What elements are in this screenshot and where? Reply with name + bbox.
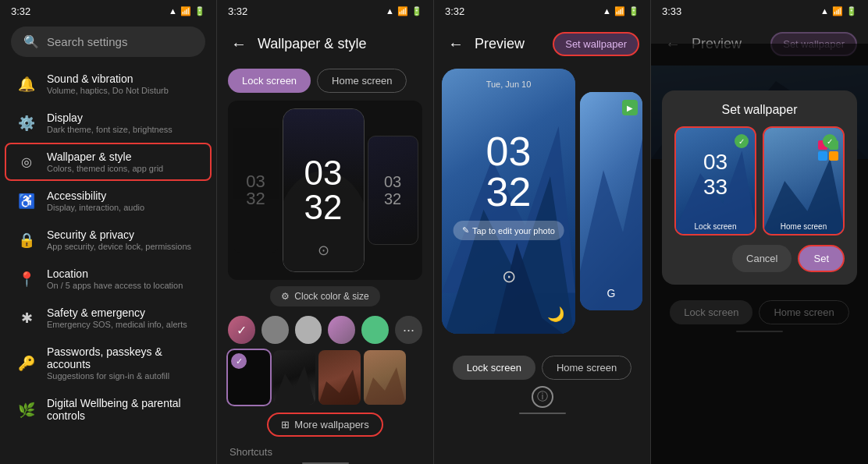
tab-home-screen-2[interactable]: Home screen [317, 69, 407, 93]
clock-color-button[interactable]: ⚙ Clock color & size [270, 286, 379, 306]
color-swatches-row: ··· [217, 313, 433, 347]
wallpaper-preview-area: 03 32 03 32 ⊙ 03 32 [228, 101, 422, 280]
wallpaper-header: ← Wallpaper & style [217, 22, 433, 66]
phone-clock-main: 03 32 [304, 156, 343, 225]
passwords-title: Passwords, passkeys & accounts [47, 345, 199, 370]
settings-item-wellbeing[interactable]: 🌿 Digital Wellbeing & parental controls [5, 389, 212, 430]
signal-icon-2: 📶 [397, 6, 408, 16]
more-wallpapers-button[interactable]: ⊞ More wallpapers [267, 413, 382, 437]
set-wallpaper-button-3[interactable]: Set wallpaper [553, 32, 639, 56]
settings-item-accessibility[interactable]: ♿ Accessibility Display, interaction, au… [5, 182, 212, 220]
swatch-green[interactable] [361, 316, 389, 344]
edit-icon: ✎ [462, 225, 469, 236]
dialog-lock-label: Lock screen [695, 222, 737, 231]
display-icon: ⚙️ [17, 114, 36, 133]
svg-marker-3 [318, 370, 361, 405]
swatch-pink[interactable] [228, 316, 255, 344]
shortcuts-label: Shortcuts [217, 441, 433, 458]
dialog-actions: Cancel Set [674, 245, 845, 272]
status-icons-4: ▲ 📶 🔋 [820, 6, 857, 16]
swatch-purple[interactable] [328, 316, 355, 344]
search-bar[interactable]: 🔍 Search settings [11, 27, 205, 57]
status-bar-4: 3:33 ▲ 📶 🔋 [651, 0, 868, 22]
tab-lock-screen-2[interactable]: Lock screen [228, 69, 311, 93]
gear-small-icon: ⚙ [281, 291, 290, 302]
preview-panel: 3:32 ▲ 📶 🔋 ← Preview Set wallpaper [434, 0, 651, 464]
swatch-gray[interactable] [261, 316, 289, 344]
location-icon: 📍 [17, 270, 36, 289]
mini-phone-right: 03 32 [368, 136, 418, 245]
safety-icon: ✱ [17, 309, 36, 328]
preview-header-3: ← Preview Set wallpaper [434, 22, 650, 66]
settings-item-passwords[interactable]: 🔑 Passwords, passkeys & accounts Suggest… [5, 338, 212, 388]
sound-subtitle: Volume, haptics, Do Not Disturb [47, 86, 199, 95]
signal-icon-4: 📶 [832, 6, 843, 16]
wifi-icon: ▲ [169, 6, 177, 16]
preview-phone-small[interactable]: ▶ G [580, 92, 642, 310]
svg-marker-2 [273, 366, 315, 405]
battery-icon-2: 🔋 [411, 6, 422, 16]
cancel-button[interactable]: Cancel [732, 245, 792, 272]
info-button-3[interactable]: ⓘ [532, 386, 553, 408]
thumb-4[interactable] [364, 350, 406, 405]
dialog-clock-lock: 03 33 [703, 150, 727, 200]
thumb-check-icon: ✓ [231, 353, 247, 369]
thumb-2[interactable] [273, 350, 315, 405]
settings-item-security[interactable]: 🔒 Security & privacy App security, devic… [5, 221, 212, 259]
wallpaper-thumbnails: ✓ [217, 347, 433, 408]
battery-icon-3: 🔋 [628, 6, 639, 16]
dialog-phone-home[interactable]: ✓ Home screen [763, 126, 845, 236]
accessibility-subtitle: Display, interaction, audio [47, 203, 199, 212]
app-icon-play: ▶ [622, 100, 638, 115]
back-button-3[interactable]: ← [445, 35, 467, 53]
security-title: Security & privacy [47, 228, 199, 241]
accessibility-icon: ♿ [17, 192, 36, 211]
settings-item-display[interactable]: ⚙️ Display Dark theme, font size, bright… [5, 104, 212, 142]
wallpaper-subtitle: Colors, themed icons, app grid [47, 164, 199, 173]
wallpaper-title: Wallpaper & style [47, 151, 199, 163]
svg-marker-4 [364, 367, 406, 405]
dialog-home-label: Home screen [781, 222, 827, 231]
set-wallpaper-dialog: Set wallpaper 03 33 ✓ Lock screen [662, 90, 857, 285]
wallpaper-title-header: Wallpaper & style [258, 36, 366, 52]
swatch-more-button[interactable]: ··· [395, 316, 422, 344]
settings-item-safety[interactable]: ✱ Safety & emergency Emergency SOS, medi… [5, 299, 212, 337]
time-1: 3:32 [11, 5, 30, 17]
dialog-phone-lock[interactable]: 03 33 ✓ Lock screen [674, 126, 756, 236]
wallpaper-icon: ◎ [17, 153, 36, 172]
dialog-title: Set wallpaper [674, 103, 845, 117]
preview-date: Tue, Jun 10 [486, 80, 532, 89]
set-button[interactable]: Set [798, 245, 845, 272]
settings-item-location[interactable]: 📍 Location On / 5 apps have access to lo… [5, 260, 212, 298]
tab-home-4: Home screen [759, 300, 848, 324]
thumb-1[interactable]: ✓ [228, 350, 270, 405]
tab-lock-4: Lock screen [670, 300, 752, 324]
wellbeing-title: Digital Wellbeing & parental controls [47, 397, 199, 422]
settings-item-sound[interactable]: 🔔 Sound & vibration Volume, haptics, Do … [5, 65, 212, 103]
back-button-2[interactable]: ← [228, 35, 250, 53]
swatch-light-gray[interactable] [295, 316, 322, 344]
wifi-icon-4: ▲ [820, 6, 829, 16]
google-icon-small: G [607, 287, 616, 299]
divider-4 [736, 331, 783, 332]
status-icons-3: ▲ 📶 🔋 [603, 6, 639, 16]
preview-title-3: Preview [475, 36, 525, 52]
divider-3 [519, 413, 566, 414]
tab-home-screen-3[interactable]: Home screen [542, 356, 631, 380]
wallpaper-style-panel: 3:32 ▲ 📶 🔋 ← Wallpaper & style Lock scre… [217, 0, 434, 464]
main-phone-preview[interactable]: 03 32 ⊙ [283, 108, 365, 272]
edit-photo-bubble[interactable]: ✎ Tap to edit your photo [453, 221, 564, 240]
preview-phone-main[interactable]: Tue, Jun 10 03 32 ✎ Tap to edit your pho… [442, 69, 575, 334]
thumb-3[interactable] [318, 350, 361, 405]
tab-lock-screen-3[interactable]: Lock screen [453, 356, 535, 380]
lock-check-icon: ✓ [735, 134, 749, 148]
security-subtitle: App security, device lock, permissions [47, 242, 199, 251]
settings-item-wallpaper[interactable]: ◎ Wallpaper & style Colors, themed icons… [5, 143, 212, 181]
location-subtitle: On / 5 apps have access to location [47, 281, 199, 290]
fingerprint-icon-3: ⊙ [502, 267, 516, 287]
status-bar-3: 3:32 ▲ 📶 🔋 [434, 0, 650, 22]
time-3: 3:32 [445, 5, 464, 17]
search-placeholder: Search settings [47, 35, 127, 48]
fingerprint-icon: ⊙ [318, 242, 329, 259]
panel4-bottom-tabs: Lock screen Home screen [670, 300, 848, 324]
